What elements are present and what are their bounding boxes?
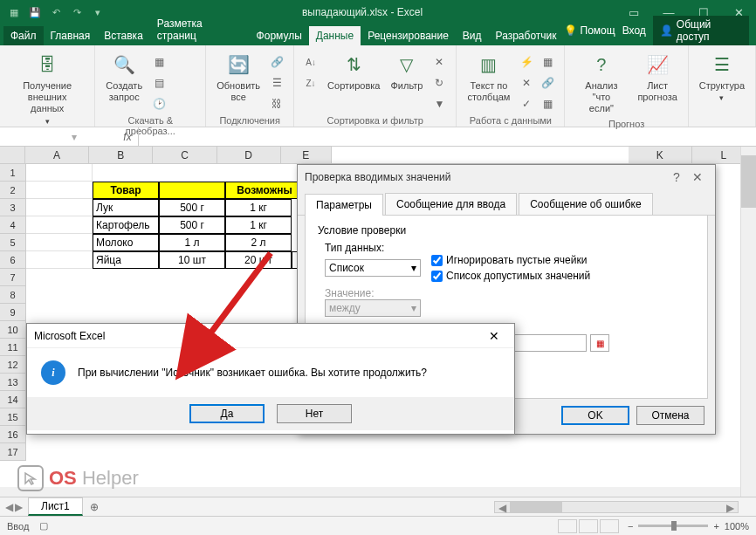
zoom-level[interactable]: 100%	[725, 521, 749, 532]
row-header[interactable]: 1	[0, 164, 26, 182]
horizontal-scrollbar[interactable]: ◀▶	[106, 501, 756, 513]
row-header[interactable]: 2	[0, 182, 26, 199]
fx-icon[interactable]: fx	[117, 131, 138, 143]
tab-formulas[interactable]: Формулы	[250, 26, 309, 45]
zoom-out-icon[interactable]: −	[628, 521, 633, 532]
formula-input[interactable]	[138, 127, 756, 146]
tab-home[interactable]: Главная	[44, 26, 98, 45]
sheet-nav-next-icon[interactable]: ▶	[15, 501, 23, 513]
share-button[interactable]: 👤 Общий доступ	[653, 16, 749, 45]
select-all-corner[interactable]	[0, 147, 25, 163]
consolidate-icon[interactable]: ▦	[538, 52, 557, 72]
col-header[interactable]: D	[217, 147, 281, 163]
close-icon[interactable]: ✕	[687, 170, 708, 184]
col-header[interactable]: K	[629, 147, 692, 163]
tab-developer[interactable]: Разработчик	[489, 26, 564, 45]
from-table-icon[interactable]: ▤	[149, 73, 168, 93]
in-cell-dropdown-checkbox[interactable]: Список допустимых значений	[431, 270, 590, 282]
reapply-icon[interactable]: ↻	[430, 73, 449, 93]
sort-az-icon[interactable]: A↓	[301, 52, 320, 72]
cell[interactable]: Лук	[93, 199, 159, 216]
tab-input-message[interactable]: Сообщение для ввода	[385, 193, 517, 215]
row-header[interactable]: 15	[0, 408, 26, 426]
tab-view[interactable]: Вид	[456, 26, 489, 45]
col-header[interactable]: E	[281, 147, 332, 163]
page-break-view-icon[interactable]	[600, 519, 619, 533]
filter-button[interactable]: ▽Фильтр	[387, 49, 426, 93]
row-header[interactable]: 10	[0, 321, 26, 339]
name-box-dropdown-icon[interactable]: ▾	[66, 131, 82, 143]
ok-button[interactable]: OK	[561, 406, 629, 425]
sort-button[interactable]: ⇅Сортировка	[324, 49, 383, 93]
tab-insert[interactable]: Вставка	[97, 26, 150, 45]
qat-more-icon[interactable]: ▾	[87, 0, 108, 24]
row-header[interactable]: 12	[0, 356, 26, 374]
close-icon[interactable]: ✕	[481, 329, 507, 343]
row-header[interactable]: 5	[0, 234, 26, 251]
zoom-slider[interactable]	[638, 525, 708, 527]
zoom-in-icon[interactable]: +	[713, 521, 718, 532]
ignore-blank-checkbox[interactable]: Игнорировать пустые ячейки	[431, 254, 590, 266]
cell[interactable]: 20 шт	[225, 251, 292, 269]
sheet-nav-prev-icon[interactable]: ◀	[5, 501, 13, 513]
get-external-data-button[interactable]: 🗄Получение внешних данных▾	[7, 49, 87, 127]
whatif-button[interactable]: ?Анализ "что если"	[572, 49, 630, 117]
row-header[interactable]: 3	[0, 199, 26, 216]
clear-filter-icon[interactable]: ✕	[430, 52, 449, 72]
connections-icon[interactable]: 🔗	[267, 52, 286, 72]
redo-icon[interactable]: ↷	[66, 0, 87, 24]
refresh-all-button[interactable]: 🔄Обновить все	[213, 49, 264, 105]
save-icon[interactable]: 💾	[24, 0, 45, 24]
text-to-columns-button[interactable]: ▥Текст по столбцам	[464, 49, 513, 105]
row-header[interactable]: 6	[0, 251, 26, 269]
row-header[interactable]: 11	[0, 339, 26, 356]
tab-pagelayout[interactable]: Разметка страниц	[150, 14, 250, 45]
cell[interactable]: Товар	[93, 182, 159, 199]
row-header[interactable]: 9	[0, 304, 26, 321]
cancel-button[interactable]: Отмена	[636, 406, 704, 425]
sheet-tab[interactable]: Лист1	[28, 497, 83, 516]
cell[interactable]: Яйца	[93, 251, 159, 269]
col-header[interactable]: B	[89, 147, 153, 163]
row-header[interactable]: 17	[0, 443, 26, 461]
forecast-button[interactable]: 📈Лист прогноза	[634, 49, 680, 105]
data-validation-icon[interactable]: ✓	[517, 94, 536, 113]
tab-review[interactable]: Рецензирование	[361, 26, 456, 45]
cell[interactable]: 500 г	[159, 199, 225, 216]
page-layout-view-icon[interactable]	[579, 519, 598, 533]
advanced-icon[interactable]: ▼	[430, 94, 449, 113]
row-header[interactable]: 8	[0, 286, 26, 304]
manage-model-icon[interactable]: ▦	[538, 94, 557, 113]
cell[interactable]: 500 г	[159, 216, 225, 234]
cell[interactable]: Картофель	[93, 216, 159, 234]
outline-button[interactable]: ☰Структура▾	[696, 49, 748, 105]
tab-error-alert[interactable]: Сообщение об ошибке	[519, 193, 652, 215]
cell[interactable]: Молоко	[93, 234, 159, 251]
row-header[interactable]: 14	[0, 391, 26, 408]
normal-view-icon[interactable]	[558, 519, 577, 533]
vertical-scrollbar[interactable]	[740, 147, 756, 497]
range-selector-icon[interactable]: ▦	[590, 334, 609, 352]
properties-icon[interactable]: ☰	[267, 73, 286, 93]
cell[interactable]	[159, 182, 225, 199]
signin-button[interactable]: Вход	[622, 24, 646, 37]
macro-record-icon[interactable]: ▢	[39, 520, 48, 532]
cell[interactable]: 10 шт	[159, 251, 225, 269]
undo-icon[interactable]: ↶	[45, 0, 66, 24]
tab-data[interactable]: Данные	[309, 26, 361, 45]
add-sheet-icon[interactable]: ⊕	[83, 501, 106, 513]
edit-links-icon[interactable]: ⛓	[267, 94, 286, 113]
relationships-icon[interactable]: 🔗	[538, 73, 557, 93]
col-header[interactable]: A	[25, 147, 89, 163]
cell[interactable]: Возможны	[225, 182, 304, 199]
cell[interactable]: 1 л	[159, 234, 225, 251]
no-button[interactable]: Нет	[277, 404, 352, 423]
row-header[interactable]: 7	[0, 269, 26, 286]
col-header[interactable]: C	[153, 147, 216, 163]
row-header[interactable]: 13	[0, 374, 26, 391]
tab-parameters[interactable]: Параметры	[305, 194, 383, 216]
help-icon[interactable]: ?	[666, 170, 687, 184]
cell[interactable]: 1 кг	[225, 216, 292, 234]
remove-duplicates-icon[interactable]: ✕	[517, 73, 536, 93]
type-select[interactable]: Список▾	[325, 259, 421, 277]
